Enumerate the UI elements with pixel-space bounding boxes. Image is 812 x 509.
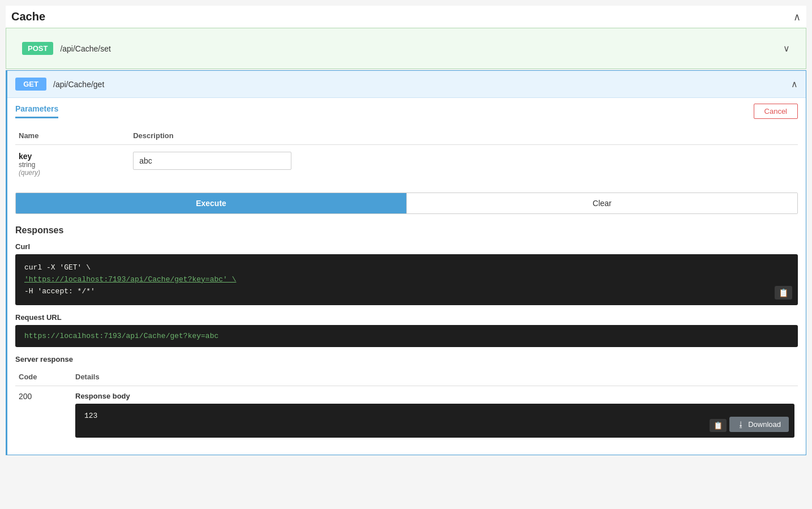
col-code-header: Code <box>15 368 72 386</box>
param-type: string <box>19 161 126 169</box>
curl-line2: 'https://localhost:7193/api/Cache/get?ke… <box>24 275 236 284</box>
server-response-table: Code Details 200 Response body 123 📋 <box>15 368 798 443</box>
parameters-table: Name Description key string (query) <box>15 127 798 183</box>
download-button[interactable]: ⭳ Download <box>729 417 789 432</box>
curl-label: Curl <box>15 242 798 251</box>
request-url-value: https://localhost:7193/api/Cache/get?key… <box>15 325 798 347</box>
table-row: key string (query) <box>15 145 798 184</box>
response-copy-button[interactable]: 📋 <box>710 419 727 432</box>
server-response-label: Server response <box>15 355 798 363</box>
get-expanded-panel: Parameters Cancel Name Description key s… <box>7 97 806 455</box>
tabs-row: Parameters Cancel <box>15 98 798 119</box>
responses-section: Responses Curl curl -X 'GET' \ 'https://… <box>15 225 798 443</box>
post-chevron-icon[interactable]: ∨ <box>783 43 790 54</box>
curl-line1: curl -X 'GET' \ <box>24 263 91 272</box>
request-url-block: Request URL https://localhost:7193/api/C… <box>15 313 798 347</box>
collapse-icon[interactable]: ∧ <box>793 11 801 23</box>
request-url-label: Request URL <box>15 313 798 322</box>
page-title: Cache <box>11 10 45 23</box>
execute-button[interactable]: Execute <box>16 193 406 213</box>
key-input[interactable] <box>133 152 291 170</box>
download-icon: ⭳ <box>737 420 745 429</box>
curl-block: Curl curl -X 'GET' \ 'https://localhost:… <box>15 242 798 305</box>
parameters-tab[interactable]: Parameters <box>15 104 58 118</box>
post-endpoint-path: /api/Cache/set <box>60 44 783 53</box>
curl-code-block: curl -X 'GET' \ 'https://localhost:7193/… <box>15 254 798 305</box>
get-endpoint-path: /api/Cache/get <box>53 80 791 89</box>
response-body-value: 123 <box>84 412 97 420</box>
response-body-block: 123 📋 ⭳ Download <box>75 404 794 438</box>
curl-line3: -H 'accept: */*' <box>24 287 95 296</box>
param-name: key <box>19 152 126 161</box>
clear-button[interactable]: Clear <box>406 193 797 213</box>
col-name-header: Name <box>15 127 130 145</box>
col-description-header: Description <box>130 127 798 145</box>
param-location: (query) <box>19 169 126 177</box>
col-details-header: Details <box>72 368 798 386</box>
action-row: Execute Clear <box>15 193 798 214</box>
get-chevron-icon[interactable]: ∧ <box>791 79 798 89</box>
response-body-label: Response body <box>75 392 794 400</box>
table-row: 200 Response body 123 📋 ⭳ Download <box>15 386 798 444</box>
responses-title: Responses <box>15 225 798 236</box>
response-code: 200 <box>15 386 72 444</box>
get-method-badge: GET <box>15 78 46 91</box>
cancel-button[interactable]: Cancel <box>754 104 798 119</box>
post-endpoint-row[interactable]: POST /api/Cache/set ∨ <box>6 28 806 69</box>
post-method-badge: POST <box>22 42 53 55</box>
curl-copy-button[interactable]: 📋 <box>775 286 792 300</box>
download-label: Download <box>748 420 781 429</box>
get-endpoint-row[interactable]: GET /api/Cache/get ∧ Parameters Cancel N… <box>6 70 806 455</box>
